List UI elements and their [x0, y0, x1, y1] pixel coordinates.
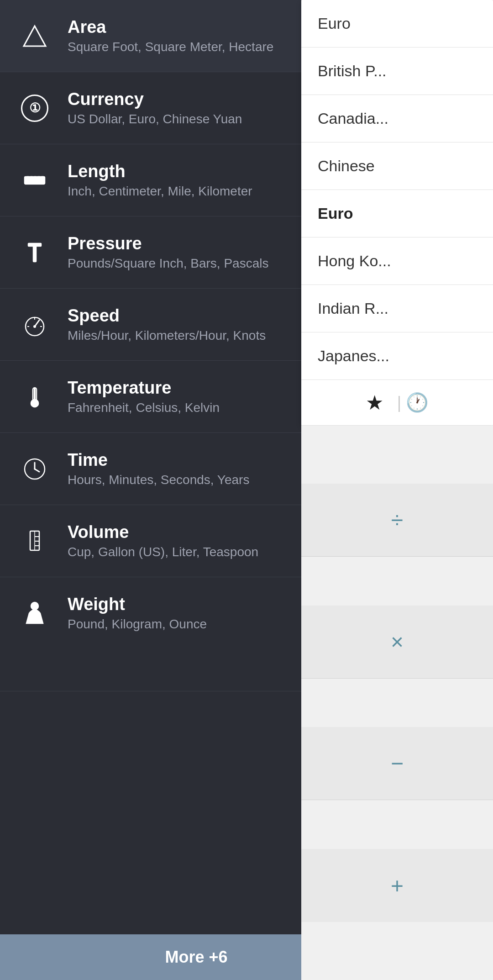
more-button-label: More +6 — [165, 948, 227, 967]
currency-option-indian[interactable]: Indian R... — [301, 285, 493, 332]
time-title: Time — [68, 450, 249, 470]
currency-title: Currency — [68, 90, 242, 109]
speed-title: Speed — [68, 306, 266, 326]
volume-text: Volume Cup, Gallon (US), Liter, Teaspoon — [68, 522, 258, 559]
clock-icon-right[interactable]: 🕐 — [406, 392, 429, 413]
svg-rect-3 — [31, 177, 32, 179]
svg-rect-8 — [33, 246, 36, 262]
currency-option-japanese[interactable]: Japanes... — [301, 332, 493, 380]
currency-subtitle: US Dollar, Euro, Chinese Yuan — [68, 112, 242, 126]
currency-icon: ① — [18, 92, 51, 125]
star-clock-row: ★ | 🕐 — [301, 380, 493, 426]
speedometer-icon — [18, 308, 51, 341]
area-text: Area Square Foot, Square Meter, Hectare — [68, 17, 273, 54]
area-icon — [18, 20, 51, 53]
multiply-button[interactable]: × — [301, 606, 493, 679]
svg-line-20 — [35, 469, 39, 472]
svg-point-17 — [31, 400, 38, 407]
length-subtitle: Inch, Centimeter, Mile, Kilometer — [68, 184, 252, 199]
currency-option-hongkong[interactable]: Hong Ko... — [301, 237, 493, 285]
star-icon[interactable]: ★ — [366, 391, 383, 414]
volume-title: Volume — [68, 522, 258, 542]
volume-icon — [18, 525, 51, 558]
svg-rect-4 — [35, 177, 36, 180]
calc-section: ÷ × − + — [301, 426, 493, 980]
weight-subtitle: Pound, Kilogram, Ounce — [68, 617, 207, 632]
thermometer-icon — [18, 380, 51, 413]
area-subtitle: Square Foot, Square Meter, Hectare — [68, 40, 273, 54]
svg-point-26 — [31, 602, 38, 610]
weight-text: Weight Pound, Kilogram, Ounce — [68, 595, 207, 632]
time-subtitle: Hours, Minutes, Seconds, Years — [68, 473, 249, 487]
currency-text: Currency US Dollar, Euro, Chinese Yuan — [68, 90, 242, 126]
add-button[interactable]: + — [301, 849, 493, 922]
svg-rect-5 — [38, 177, 39, 179]
right-panel: Euro British P... Canadia... Chinese Eur… — [301, 0, 493, 980]
weight-icon — [18, 597, 51, 630]
svg-marker-0 — [24, 26, 46, 46]
svg-rect-2 — [27, 177, 28, 180]
time-text: Time Hours, Minutes, Seconds, Years — [68, 450, 249, 487]
pressure-subtitle: Pounds/Square Inch, Bars, Pascals — [68, 256, 268, 271]
currency-option-canadian[interactable]: Canadia... — [301, 95, 493, 142]
svg-rect-6 — [42, 177, 43, 180]
weight-title: Weight — [68, 595, 207, 614]
pressure-title: Pressure — [68, 234, 268, 253]
speed-text: Speed Miles/Hour, Kilometers/Hour, Knots — [68, 306, 266, 343]
currency-option-chinese[interactable]: Chinese — [301, 142, 493, 190]
currency-option-british[interactable]: British P... — [301, 47, 493, 95]
clock-icon — [18, 453, 51, 485]
currency-option-euro2[interactable]: Euro — [301, 190, 493, 237]
temperature-subtitle: Fahrenheit, Celsius, Kelvin — [68, 400, 220, 415]
length-title: Length — [68, 162, 252, 181]
subtract-button[interactable]: − — [301, 727, 493, 800]
currency-option-euro[interactable]: Euro — [301, 0, 493, 47]
temperature-title: Temperature — [68, 378, 220, 398]
divide-button[interactable]: ÷ — [301, 484, 493, 557]
pressure-text: Pressure Pounds/Square Inch, Bars, Pasca… — [68, 234, 268, 271]
currency-dropdown: Euro British P... Canadia... Chinese Eur… — [301, 0, 493, 426]
pressure-icon — [18, 236, 51, 269]
divider: | — [397, 393, 401, 412]
length-text: Length Inch, Centimeter, Mile, Kilometer — [68, 162, 252, 199]
speed-subtitle: Miles/Hour, Kilometers/Hour, Knots — [68, 328, 266, 343]
volume-subtitle: Cup, Gallon (US), Liter, Teaspoon — [68, 545, 258, 559]
ruler-icon — [18, 164, 51, 197]
temperature-text: Temperature Fahrenheit, Celsius, Kelvin — [68, 378, 220, 415]
area-title: Area — [68, 17, 273, 37]
svg-point-10 — [33, 325, 36, 328]
